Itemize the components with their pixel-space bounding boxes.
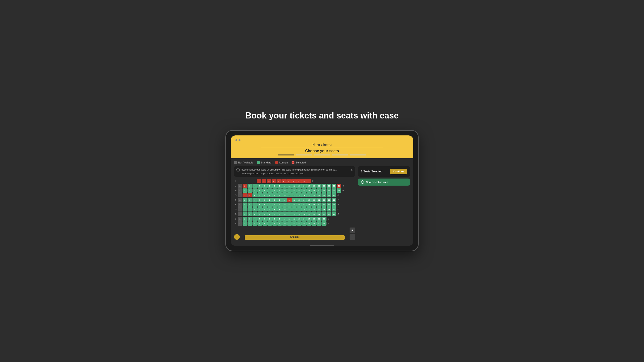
seat-C7[interactable]: 7 xyxy=(267,212,272,216)
seat-D14[interactable]: 14 xyxy=(302,207,307,212)
seat-G7[interactable]: 7 xyxy=(267,193,272,197)
seat-A12[interactable]: 12 xyxy=(292,221,297,226)
seat-B17[interactable]: 17 xyxy=(317,217,322,221)
seat-G17[interactable]: 17 xyxy=(317,193,322,197)
seat-F9[interactable]: 9 xyxy=(277,198,282,202)
seat-E2[interactable]: 2 xyxy=(242,203,247,207)
seat-D8[interactable]: 8 xyxy=(272,207,277,212)
seat-G16[interactable]: 16 xyxy=(312,193,316,197)
seat-H19[interactable]: 19 xyxy=(327,188,332,193)
seat-C2[interactable]: 2 xyxy=(242,212,247,216)
seat-G5[interactable]: 5 xyxy=(258,193,262,197)
seat-A13[interactable]: 13 xyxy=(297,221,302,226)
seat-F18[interactable]: 18 xyxy=(322,198,326,202)
seat-D3[interactable]: 3 xyxy=(248,207,252,212)
seat-F2[interactable]: 2 xyxy=(242,198,247,202)
seat-G8[interactable]: 8 xyxy=(272,193,277,197)
seat-H3[interactable]: 3 xyxy=(248,188,252,193)
seat-D17[interactable]: 17 xyxy=(317,207,322,212)
seat-B2[interactable]: 2 xyxy=(242,217,247,221)
seat-G20[interactable]: 20 xyxy=(332,193,336,197)
seat-H9[interactable]: 9 xyxy=(277,188,282,193)
seat-F19[interactable]: 19 xyxy=(327,198,332,202)
seat-H7[interactable]: 7 xyxy=(267,188,272,193)
seat-G11[interactable]: 11 xyxy=(287,193,292,197)
seat-C15[interactable]: 15 xyxy=(307,212,312,216)
seat-H15[interactable]: 15 xyxy=(307,188,312,193)
seat-A3[interactable]: 3 xyxy=(248,221,252,226)
seat-C18[interactable]: 18 xyxy=(322,212,326,216)
seat-D20[interactable]: 20 xyxy=(332,207,336,212)
seat-H17[interactable]: 17 xyxy=(317,188,322,193)
seat-A16[interactable]: 16 xyxy=(312,221,316,226)
seat-G4[interactable]: 4 xyxy=(252,193,257,197)
seat-B8[interactable]: 8 xyxy=(272,217,277,221)
seat-G2[interactable]: 2 xyxy=(242,193,247,197)
seat-F7[interactable]: 7 xyxy=(267,198,272,202)
seat-B6[interactable]: 6 xyxy=(262,217,267,221)
info-chevron-icon[interactable]: ∧ xyxy=(351,168,353,171)
seat-H14[interactable]: 14 xyxy=(302,188,307,193)
seat-F12[interactable]: 12 xyxy=(292,198,297,202)
seat-A18[interactable]: 18 xyxy=(322,221,326,226)
seat-E4[interactable]: 4 xyxy=(252,203,257,207)
zoom-out-button[interactable]: - xyxy=(350,234,355,240)
seat-A8[interactable]: 8 xyxy=(272,221,277,226)
seat-F15[interactable]: 15 xyxy=(307,198,312,202)
seat-F14[interactable]: 14 xyxy=(302,198,307,202)
seat-C9[interactable]: 9 xyxy=(277,212,282,216)
seat-J9[interactable]: 9 xyxy=(277,184,282,188)
seat-D7[interactable]: 7 xyxy=(267,207,272,212)
seat-J5[interactable]: 5 xyxy=(258,184,262,188)
seat-H2[interactable]: 2 xyxy=(242,188,247,193)
seat-J18[interactable]: 18 xyxy=(322,184,326,188)
seat-G12[interactable]: 12 xyxy=(292,193,297,197)
seat-E19[interactable]: 19 xyxy=(327,203,332,207)
seat-K2[interactable]: 2 xyxy=(262,179,266,183)
seat-G19[interactable]: 19 xyxy=(327,193,332,197)
seat-G18[interactable]: 18 xyxy=(322,193,326,197)
seat-B13[interactable]: 13 xyxy=(297,217,302,221)
seat-B7[interactable]: 7 xyxy=(267,217,272,221)
seat-D5[interactable]: 5 xyxy=(258,207,262,212)
seat-C4[interactable]: 4 xyxy=(252,212,257,216)
seat-G14[interactable]: 14 xyxy=(302,193,307,197)
seat-K11[interactable]: 11 xyxy=(306,179,311,183)
seat-F8[interactable]: 8 xyxy=(272,198,277,202)
seat-J4[interactable]: 4 xyxy=(252,184,257,188)
seat-A9[interactable]: 9 xyxy=(277,221,282,226)
seat-A17[interactable]: 17 xyxy=(317,221,322,226)
zoom-in-button[interactable]: + xyxy=(350,228,355,233)
seat-A5[interactable]: 5 xyxy=(258,221,262,226)
seat-D18[interactable]: 18 xyxy=(322,207,326,212)
seat-B4[interactable]: 4 xyxy=(252,217,257,221)
seat-E3[interactable]: 3 xyxy=(248,203,252,207)
seat-D10[interactable]: 10 xyxy=(282,207,287,212)
seat-J17[interactable]: 17 xyxy=(317,184,322,188)
seat-C6[interactable]: 6 xyxy=(262,212,267,216)
seat-H6[interactable]: 6 xyxy=(262,188,267,193)
seat-K6[interactable]: 6 xyxy=(282,179,286,183)
seat-J13[interactable]: 13 xyxy=(297,184,302,188)
seat-C17[interactable]: 17 xyxy=(317,212,322,216)
seat-D12[interactable]: 12 xyxy=(292,207,297,212)
seat-G13[interactable]: 13 xyxy=(297,193,302,197)
seat-E20[interactable]: 20 xyxy=(332,203,336,207)
seat-J8[interactable]: 8 xyxy=(272,184,277,188)
seat-G9[interactable]: 9 xyxy=(277,193,282,197)
seat-K9[interactable]: 9 xyxy=(296,179,301,183)
seat-H18[interactable]: 18 xyxy=(322,188,326,193)
seat-E6[interactable]: 6 xyxy=(262,203,267,207)
seat-C3[interactable]: 3 xyxy=(248,212,252,216)
seat-A14[interactable]: 14 xyxy=(302,221,307,226)
seat-C19[interactable]: 19 xyxy=(327,212,332,216)
seat-J21[interactable]: 21 xyxy=(336,184,341,188)
seat-A4[interactable]: 4 xyxy=(252,221,257,226)
seat-J11[interactable]: 11 xyxy=(287,184,292,188)
seat-K5[interactable]: 5 xyxy=(276,179,281,183)
seat-K1[interactable]: 1 xyxy=(257,179,262,183)
seat-H10[interactable]: 10 xyxy=(282,188,287,193)
seat-E10[interactable]: 10 xyxy=(282,203,287,207)
seat-E18[interactable]: 18 xyxy=(322,203,326,207)
seat-B18[interactable]: 18 xyxy=(322,217,326,221)
